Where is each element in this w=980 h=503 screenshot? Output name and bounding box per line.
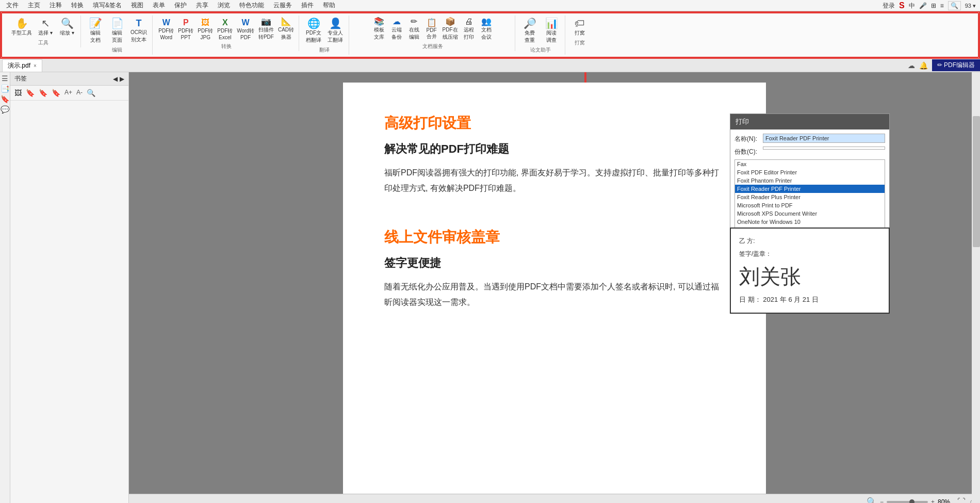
meeting-icon: 👥	[481, 18, 492, 26]
pdf-merge-label: PDF合并	[427, 27, 437, 40]
translate-section-label: 翻译	[319, 46, 330, 54]
search-input[interactable]: 🔍	[948, 1, 961, 10]
sidebar-tool-bookmark3[interactable]: 🔖	[51, 88, 61, 98]
menu-cloud[interactable]: 云服务	[269, 0, 296, 11]
sidebar-nav-prev[interactable]: ◀	[113, 75, 118, 83]
print-dialog-title: 打印	[730, 114, 889, 129]
ribbon-section-edit: 📝 编辑文档 📄 编辑页面 T OCR识别文本 编辑	[82, 15, 153, 55]
menu-file[interactable]: 文件	[2, 0, 23, 11]
hand-tool-button[interactable]: ✋ 手型工具	[9, 17, 34, 38]
pdf-to-jpg-button[interactable]: 🖼 PDF转JPG	[196, 18, 215, 41]
edit-page-button[interactable]: 📄 编辑页面	[107, 17, 127, 45]
window-size: 93 ▾	[965, 3, 976, 9]
menu-help[interactable]: 帮助	[319, 0, 339, 11]
panel-icon-3[interactable]: 🔖	[1, 95, 9, 103]
cloud-backup-button[interactable]: ☁ 云端备份	[388, 17, 405, 42]
word-to-pdf-button[interactable]: W Word转PDF	[235, 18, 256, 41]
scan-to-pdf-button[interactable]: 📷 扫描件转PDF	[257, 17, 275, 42]
sidebar-tool-font-decrease[interactable]: A-	[75, 88, 84, 98]
pdf-tab[interactable]: 演示.pdf ×	[2, 59, 42, 72]
pdf-to-word-button[interactable]: W PDF转Word	[157, 18, 175, 41]
zoom-slider[interactable]	[887, 501, 928, 503]
section2-body: 随着无纸化办公应用普及。当遇到使用PDF文档中需要添加个人签名或者标识时, 可以…	[384, 279, 725, 311]
tab-close-button[interactable]: ×	[34, 63, 37, 69]
pdf-merge-button[interactable]: 📋 PDF合并	[423, 18, 440, 41]
pdf-scrollbar[interactable]	[972, 72, 980, 503]
online-edit-button[interactable]: ✏ 在线编辑	[406, 17, 422, 42]
menu-share[interactable]: 共享	[192, 0, 213, 11]
panel-icon-4[interactable]: 💬	[1, 105, 9, 113]
print-copies-input[interactable]	[763, 147, 885, 150]
fullscreen-button[interactable]: ⛶	[957, 497, 966, 504]
dawwo-button[interactable]: 🏷 打窝	[569, 17, 590, 38]
ribbon-section-doc-services: 📚 模板文库 ☁ 云端备份 ✏ 在线编辑 📋 PDF合并 📦 PDF在	[350, 15, 515, 51]
menu-home[interactable]: 主页	[24, 0, 44, 11]
sidebar-tool-bookmark1[interactable]: 🔖	[25, 88, 36, 98]
sidebar-nav-next[interactable]: ▶	[120, 75, 124, 83]
panel-icon-1[interactable]: ☰	[2, 74, 8, 83]
sidebar-tool-image[interactable]: 🖼	[13, 88, 23, 98]
menu-bar: 文件 主页 注释 转换 填写&签名 视图 表单 保护 共享 浏览 特色功能 云服…	[0, 0, 980, 11]
plagiarism-button[interactable]: 🔎 免费查重	[519, 17, 540, 45]
ocr-label: OCR识别文本	[130, 29, 147, 43]
printer-foxit-plus[interactable]: Foxit Reader Plus Printer	[735, 193, 885, 201]
menu-annotation[interactable]: 注释	[45, 0, 66, 11]
edit-doc-button[interactable]: 📝 编辑文档	[85, 17, 106, 45]
template-button[interactable]: 📚 模板文库	[371, 17, 387, 42]
word-to-pdf-label: Word转PDF	[237, 27, 254, 40]
printer-ms-pdf[interactable]: Microsoft Print to PDF	[735, 201, 885, 209]
pdf-translate-label: PDF文档翻译	[306, 29, 321, 44]
main-layout: ☰ 📑 🔖 💬 书签 ◀ ▶ 🖼 🔖 🔖 🔖 A+ A- 🔍	[0, 72, 980, 503]
menu-fill-sign[interactable]: 填写&签名	[89, 0, 126, 11]
ribbon-section-translate: 🌐 PDF文档翻译 👤 专业人工翻译 翻译	[300, 15, 349, 55]
human-translate-label: 专业人工翻译	[328, 29, 343, 44]
pdf-compress-label: PDF在线压缩	[443, 26, 458, 41]
section2-subtitle: 签字更便捷	[384, 255, 725, 271]
ribbon-doc-services-buttons: 📚 模板文库 ☁ 云端备份 ✏ 在线编辑 📋 PDF合并 📦 PDF在	[371, 17, 495, 42]
panel-icon-2[interactable]: 📑	[1, 85, 9, 93]
compress-icon: 📦	[445, 18, 455, 26]
print-name-input[interactable]: Foxit Reader PDF Printer	[763, 134, 885, 143]
menu-plugins[interactable]: 插件	[297, 0, 318, 11]
scan-icon: 📷	[261, 18, 271, 26]
printer-foxit-reader[interactable]: Foxit Reader PDF Printer	[735, 185, 885, 193]
read-survey-button[interactable]: 📊 阅读调查	[541, 17, 562, 45]
doc-meeting-button[interactable]: 👥 文档会议	[478, 17, 495, 42]
edit-doc-icon: 📝	[89, 18, 102, 28]
menu-protect[interactable]: 保护	[170, 0, 191, 11]
pdf-editor-bar[interactable]: ✏ PDF编辑器	[932, 59, 980, 71]
pdf-compress-button[interactable]: 📦 PDF在线压缩	[441, 17, 460, 42]
ocr-button[interactable]: T OCR识别文本	[128, 17, 149, 45]
zoom-out-button[interactable]: 🔍	[867, 497, 877, 503]
menu-special[interactable]: 特色功能	[235, 0, 268, 11]
menu-convert[interactable]: 转换	[67, 0, 88, 11]
pdf-to-excel-button[interactable]: X PDF转Excel	[216, 18, 234, 41]
printer-fax[interactable]: Fax	[735, 160, 885, 168]
zoom-tool-button[interactable]: 🔍 缩放 ▾	[57, 17, 77, 38]
printer-foxit-phantom[interactable]: Foxit Phantom Printer	[735, 176, 885, 185]
pdf-to-ppt-button[interactable]: P PDF转PPT	[176, 18, 195, 41]
pdf-translate-button[interactable]: 🌐 PDF文档翻译	[303, 17, 324, 45]
edit-page-icon: 📄	[111, 18, 124, 28]
mic-icon: 🎤	[919, 2, 927, 9]
online-edit-icon: ✏	[411, 18, 417, 26]
cad-converter-button[interactable]: 📐 CAD转换器	[276, 17, 296, 42]
human-translate-button[interactable]: 👤 专业人工翻译	[325, 17, 346, 45]
sidebar-tool-search[interactable]: 🔍	[86, 88, 96, 98]
select-label: 选择 ▾	[38, 29, 53, 37]
login-button[interactable]: 登录	[883, 2, 895, 10]
zoom-thumb	[909, 499, 914, 504]
remote-print-button[interactable]: 🖨 远程打印	[461, 17, 477, 42]
sidebar-tool-font-increase[interactable]: A+	[63, 88, 73, 98]
menu-form[interactable]: 表单	[149, 0, 169, 11]
zoom-bar: 🔍 − + 80% ⛶	[867, 497, 966, 503]
menu-view[interactable]: 视图	[127, 0, 148, 11]
sidebar-tool-bookmark2[interactable]: 🔖	[38, 88, 48, 98]
print-label-name: 名称(N):	[734, 134, 763, 143]
print-label-copies: 份数(C):	[734, 147, 763, 156]
printer-onenote[interactable]: OneNote for Windows 10	[735, 218, 885, 226]
printer-ms-xps[interactable]: Microsoft XPS Document Writer	[735, 209, 885, 218]
menu-browse[interactable]: 浏览	[214, 0, 234, 11]
printer-foxit-editor[interactable]: Foxit PDF Editor Printer	[735, 168, 885, 176]
select-tool-button[interactable]: ↖ 选择 ▾	[35, 17, 56, 38]
